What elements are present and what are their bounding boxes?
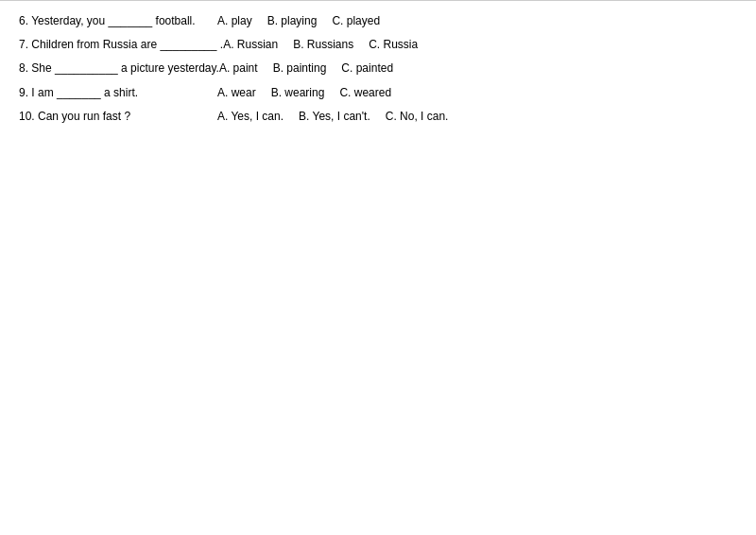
- top-divider: [0, 0, 756, 1]
- question-text-10: 10. Can you run fast ?: [19, 108, 217, 126]
- option-9-2: C. weared: [339, 84, 391, 102]
- options-9: A. wearB. wearingC. weared: [217, 84, 391, 102]
- option-8-0: A. paint: [219, 60, 258, 78]
- options-8: A. paintB. paintingC. painted: [219, 60, 393, 78]
- option-8-1: B. painting: [273, 60, 327, 78]
- question-text-7: 7. Children from Russia are _________ .: [19, 36, 223, 54]
- option-9-0: A. wear: [217, 84, 256, 102]
- option-10-2: C. No, I can.: [386, 108, 449, 126]
- option-9-1: B. wearing: [271, 84, 325, 102]
- option-7-1: B. Russians: [293, 36, 353, 54]
- question-text-8: 8. She __________ a picture yesterday.: [19, 60, 219, 78]
- options-10: A. Yes, I can.B. Yes, I can't.C. No, I c…: [217, 108, 448, 126]
- question-row-10: 10. Can you run fast ?A. Yes, I can.B. Y…: [19, 108, 737, 126]
- option-7-2: C. Russia: [369, 36, 418, 54]
- option-6-1: B. playing: [267, 12, 318, 30]
- option-10-1: B. Yes, I can't.: [299, 108, 370, 126]
- question-row-6: 6. Yesterday, you _______ football.A. pl…: [19, 12, 737, 30]
- question-row-9: 9. I am _______ a shirt.A. wearB. wearin…: [19, 84, 737, 102]
- questions-container: 6. Yesterday, you _______ football.A. pl…: [0, 9, 756, 135]
- option-6-0: A. play: [217, 12, 252, 30]
- option-10-0: A. Yes, I can.: [217, 108, 284, 126]
- option-6-2: C. played: [332, 12, 380, 30]
- question-row-8: 8. She __________ a picture yesterday.A.…: [19, 60, 737, 78]
- option-7-0: A. Russian: [223, 36, 278, 54]
- question-text-9: 9. I am _______ a shirt.: [19, 84, 217, 102]
- question-row-7: 7. Children from Russia are _________ .A…: [19, 36, 737, 54]
- question-text-6: 6. Yesterday, you _______ football.: [19, 12, 217, 30]
- options-6: A. playB. playingC. played: [217, 12, 380, 30]
- option-8-2: C. painted: [341, 60, 393, 78]
- options-7: A. RussianB. RussiansC. Russia: [223, 36, 418, 54]
